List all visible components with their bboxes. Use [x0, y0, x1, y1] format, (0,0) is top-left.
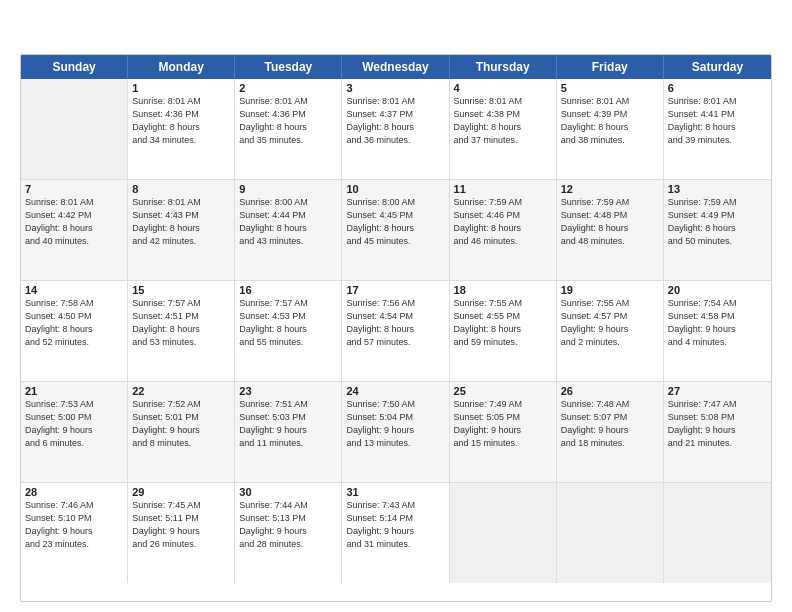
- day-cell-6: 6Sunrise: 8:01 AM Sunset: 4:41 PM Daylig…: [664, 79, 771, 179]
- calendar-body: 1Sunrise: 8:01 AM Sunset: 4:36 PM Daylig…: [21, 79, 771, 583]
- day-info: Sunrise: 8:01 AM Sunset: 4:37 PM Dayligh…: [346, 95, 444, 147]
- day-cell-22: 22Sunrise: 7:52 AM Sunset: 5:01 PM Dayli…: [128, 382, 235, 482]
- day-cell-28: 28Sunrise: 7:46 AM Sunset: 5:10 PM Dayli…: [21, 483, 128, 583]
- day-header-monday: Monday: [128, 55, 235, 79]
- day-cell-21: 21Sunrise: 7:53 AM Sunset: 5:00 PM Dayli…: [21, 382, 128, 482]
- day-header-saturday: Saturday: [664, 55, 771, 79]
- empty-cell: [450, 483, 557, 583]
- day-number: 8: [132, 183, 230, 195]
- day-number: 10: [346, 183, 444, 195]
- day-cell-4: 4Sunrise: 8:01 AM Sunset: 4:38 PM Daylig…: [450, 79, 557, 179]
- day-number: 2: [239, 82, 337, 94]
- day-info: Sunrise: 7:59 AM Sunset: 4:49 PM Dayligh…: [668, 196, 767, 248]
- empty-cell: [557, 483, 664, 583]
- day-info: Sunrise: 7:56 AM Sunset: 4:54 PM Dayligh…: [346, 297, 444, 349]
- day-number: 25: [454, 385, 552, 397]
- calendar-week-1: 1Sunrise: 8:01 AM Sunset: 4:36 PM Daylig…: [21, 79, 771, 180]
- day-number: 28: [25, 486, 123, 498]
- day-cell-18: 18Sunrise: 7:55 AM Sunset: 4:55 PM Dayli…: [450, 281, 557, 381]
- day-number: 18: [454, 284, 552, 296]
- calendar: SundayMondayTuesdayWednesdayThursdayFrid…: [20, 54, 772, 602]
- day-number: 6: [668, 82, 767, 94]
- day-cell-26: 26Sunrise: 7:48 AM Sunset: 5:07 PM Dayli…: [557, 382, 664, 482]
- day-number: 9: [239, 183, 337, 195]
- day-cell-7: 7Sunrise: 8:01 AM Sunset: 4:42 PM Daylig…: [21, 180, 128, 280]
- day-cell-15: 15Sunrise: 7:57 AM Sunset: 4:51 PM Dayli…: [128, 281, 235, 381]
- day-info: Sunrise: 7:59 AM Sunset: 4:48 PM Dayligh…: [561, 196, 659, 248]
- day-info: Sunrise: 8:00 AM Sunset: 4:45 PM Dayligh…: [346, 196, 444, 248]
- day-cell-12: 12Sunrise: 7:59 AM Sunset: 4:48 PM Dayli…: [557, 180, 664, 280]
- day-cell-16: 16Sunrise: 7:57 AM Sunset: 4:53 PM Dayli…: [235, 281, 342, 381]
- day-info: Sunrise: 7:50 AM Sunset: 5:04 PM Dayligh…: [346, 398, 444, 450]
- day-number: 1: [132, 82, 230, 94]
- day-cell-11: 11Sunrise: 7:59 AM Sunset: 4:46 PM Dayli…: [450, 180, 557, 280]
- day-cell-10: 10Sunrise: 8:00 AM Sunset: 4:45 PM Dayli…: [342, 180, 449, 280]
- calendar-week-5: 28Sunrise: 7:46 AM Sunset: 5:10 PM Dayli…: [21, 483, 771, 583]
- day-info: Sunrise: 8:01 AM Sunset: 4:39 PM Dayligh…: [561, 95, 659, 147]
- day-cell-14: 14Sunrise: 7:58 AM Sunset: 4:50 PM Dayli…: [21, 281, 128, 381]
- day-info: Sunrise: 7:48 AM Sunset: 5:07 PM Dayligh…: [561, 398, 659, 450]
- day-number: 15: [132, 284, 230, 296]
- day-cell-5: 5Sunrise: 8:01 AM Sunset: 4:39 PM Daylig…: [557, 79, 664, 179]
- day-header-thursday: Thursday: [450, 55, 557, 79]
- day-number: 30: [239, 486, 337, 498]
- calendar-week-4: 21Sunrise: 7:53 AM Sunset: 5:00 PM Dayli…: [21, 382, 771, 483]
- day-info: Sunrise: 7:43 AM Sunset: 5:14 PM Dayligh…: [346, 499, 444, 551]
- day-info: Sunrise: 8:01 AM Sunset: 4:43 PM Dayligh…: [132, 196, 230, 248]
- day-number: 27: [668, 385, 767, 397]
- day-number: 13: [668, 183, 767, 195]
- day-header-sunday: Sunday: [21, 55, 128, 79]
- day-number: 20: [668, 284, 767, 296]
- day-info: Sunrise: 7:58 AM Sunset: 4:50 PM Dayligh…: [25, 297, 123, 349]
- day-header-friday: Friday: [557, 55, 664, 79]
- day-info: Sunrise: 7:51 AM Sunset: 5:03 PM Dayligh…: [239, 398, 337, 450]
- day-info: Sunrise: 8:01 AM Sunset: 4:36 PM Dayligh…: [239, 95, 337, 147]
- day-number: 11: [454, 183, 552, 195]
- day-cell-3: 3Sunrise: 8:01 AM Sunset: 4:37 PM Daylig…: [342, 79, 449, 179]
- day-info: Sunrise: 8:01 AM Sunset: 4:36 PM Dayligh…: [132, 95, 230, 147]
- day-info: Sunrise: 7:46 AM Sunset: 5:10 PM Dayligh…: [25, 499, 123, 551]
- day-info: Sunrise: 8:01 AM Sunset: 4:42 PM Dayligh…: [25, 196, 123, 248]
- day-number: 14: [25, 284, 123, 296]
- day-number: 22: [132, 385, 230, 397]
- day-number: 19: [561, 284, 659, 296]
- day-cell-25: 25Sunrise: 7:49 AM Sunset: 5:05 PM Dayli…: [450, 382, 557, 482]
- day-info: Sunrise: 7:55 AM Sunset: 4:57 PM Dayligh…: [561, 297, 659, 349]
- calendar-header: SundayMondayTuesdayWednesdayThursdayFrid…: [21, 55, 771, 79]
- calendar-week-3: 14Sunrise: 7:58 AM Sunset: 4:50 PM Dayli…: [21, 281, 771, 382]
- logo-icon: [20, 18, 48, 46]
- day-cell-31: 31Sunrise: 7:43 AM Sunset: 5:14 PM Dayli…: [342, 483, 449, 583]
- day-cell-23: 23Sunrise: 7:51 AM Sunset: 5:03 PM Dayli…: [235, 382, 342, 482]
- day-number: 26: [561, 385, 659, 397]
- day-number: 29: [132, 486, 230, 498]
- day-number: 24: [346, 385, 444, 397]
- day-cell-2: 2Sunrise: 8:01 AM Sunset: 4:36 PM Daylig…: [235, 79, 342, 179]
- day-number: 23: [239, 385, 337, 397]
- day-cell-8: 8Sunrise: 8:01 AM Sunset: 4:43 PM Daylig…: [128, 180, 235, 280]
- day-header-tuesday: Tuesday: [235, 55, 342, 79]
- day-info: Sunrise: 8:01 AM Sunset: 4:38 PM Dayligh…: [454, 95, 552, 147]
- day-info: Sunrise: 7:57 AM Sunset: 4:53 PM Dayligh…: [239, 297, 337, 349]
- page-header: [20, 18, 772, 46]
- day-info: Sunrise: 8:01 AM Sunset: 4:41 PM Dayligh…: [668, 95, 767, 147]
- day-number: 17: [346, 284, 444, 296]
- day-info: Sunrise: 7:45 AM Sunset: 5:11 PM Dayligh…: [132, 499, 230, 551]
- day-number: 31: [346, 486, 444, 498]
- day-number: 21: [25, 385, 123, 397]
- day-cell-30: 30Sunrise: 7:44 AM Sunset: 5:13 PM Dayli…: [235, 483, 342, 583]
- day-cell-1: 1Sunrise: 8:01 AM Sunset: 4:36 PM Daylig…: [128, 79, 235, 179]
- day-cell-27: 27Sunrise: 7:47 AM Sunset: 5:08 PM Dayli…: [664, 382, 771, 482]
- day-number: 4: [454, 82, 552, 94]
- day-info: Sunrise: 8:00 AM Sunset: 4:44 PM Dayligh…: [239, 196, 337, 248]
- calendar-week-2: 7Sunrise: 8:01 AM Sunset: 4:42 PM Daylig…: [21, 180, 771, 281]
- day-info: Sunrise: 7:55 AM Sunset: 4:55 PM Dayligh…: [454, 297, 552, 349]
- day-cell-17: 17Sunrise: 7:56 AM Sunset: 4:54 PM Dayli…: [342, 281, 449, 381]
- day-cell-29: 29Sunrise: 7:45 AM Sunset: 5:11 PM Dayli…: [128, 483, 235, 583]
- day-number: 3: [346, 82, 444, 94]
- day-header-wednesday: Wednesday: [342, 55, 449, 79]
- day-info: Sunrise: 7:54 AM Sunset: 4:58 PM Dayligh…: [668, 297, 767, 349]
- day-info: Sunrise: 7:47 AM Sunset: 5:08 PM Dayligh…: [668, 398, 767, 450]
- empty-cell: [21, 79, 128, 179]
- day-cell-19: 19Sunrise: 7:55 AM Sunset: 4:57 PM Dayli…: [557, 281, 664, 381]
- day-info: Sunrise: 7:57 AM Sunset: 4:51 PM Dayligh…: [132, 297, 230, 349]
